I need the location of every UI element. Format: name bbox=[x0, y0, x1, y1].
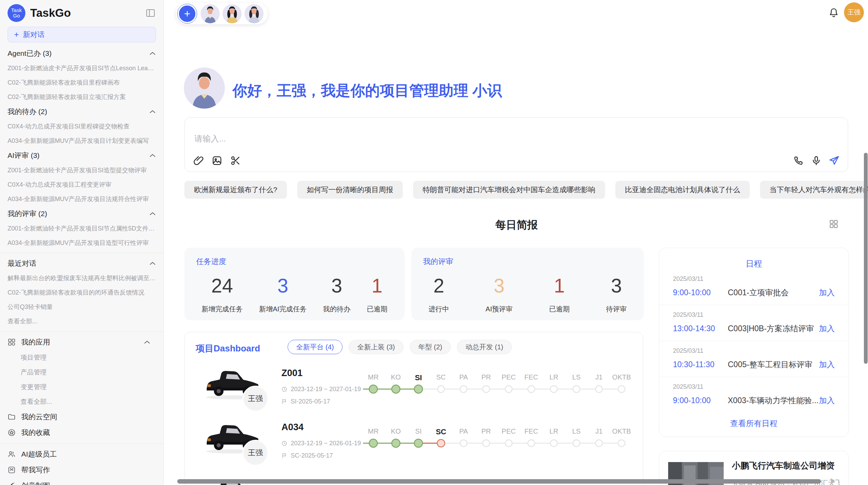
cloud-space-label: 我的云空间 bbox=[21, 412, 57, 422]
sidebar-task-item[interactable]: C02-飞腾新能源轻客改款项目立项汇报方案 bbox=[8, 90, 156, 104]
recent-view-all[interactable]: 查看全部... bbox=[8, 314, 156, 328]
sidebar-item-help-write[interactable]: 帮我写作 bbox=[8, 462, 156, 478]
sidebar-item-favorites[interactable]: 我的收藏 bbox=[8, 425, 156, 440]
notification-bell-icon[interactable] bbox=[828, 7, 839, 18]
recent-chats-header[interactable]: 最近对话 bbox=[8, 256, 156, 271]
stat-label: 已逾期 bbox=[549, 304, 570, 314]
project-owner-avatar: 王强 bbox=[242, 386, 268, 412]
stat-item: 1已逾期 bbox=[367, 276, 387, 314]
milestone-label: KO bbox=[385, 373, 407, 381]
dashboard-tab[interactable]: 全新上装 (3) bbox=[349, 340, 403, 354]
add-session-button[interactable]: + bbox=[177, 4, 197, 24]
vertical-scrollbar[interactable] bbox=[864, 153, 868, 364]
sidebar-item-my-apps[interactable]: 我的应用 bbox=[8, 334, 156, 350]
sidebar-section-header[interactable]: Agent已办 (3) bbox=[8, 46, 156, 61]
dashboard-title: 项目Dashboard bbox=[196, 343, 260, 355]
stat-item: 3新增AI完成任务 bbox=[259, 276, 307, 314]
chevron-up-icon bbox=[149, 110, 156, 114]
help-write-label: 帮我写作 bbox=[21, 465, 50, 475]
sidebar-section-header[interactable]: AI评审 (3) bbox=[8, 148, 156, 163]
attachment-icon[interactable] bbox=[193, 155, 204, 166]
send-icon[interactable] bbox=[829, 155, 840, 166]
stat-label: 已逾期 bbox=[367, 304, 387, 314]
stat-item: 1已逾期 bbox=[549, 276, 570, 314]
session-avatar-1[interactable] bbox=[201, 4, 220, 23]
milestone-label: SI bbox=[407, 373, 430, 382]
suggestion-chip[interactable]: 特朗普可能对进口汽车增税会对中国车企造成哪些影响 bbox=[413, 181, 605, 199]
image-icon[interactable] bbox=[212, 155, 222, 166]
user-avatar[interactable]: 王强 bbox=[844, 2, 864, 22]
microphone-icon[interactable] bbox=[811, 155, 822, 166]
event-join-link[interactable]: 加入 bbox=[819, 287, 835, 298]
sidebar-task-item[interactable]: Z001-全新燃油轻卡产品开发项目SI节点属性5D文件评审 bbox=[8, 221, 156, 236]
event-join-link[interactable]: 加入 bbox=[819, 359, 835, 370]
dashboard-tab[interactable]: 年型 (2) bbox=[410, 340, 451, 354]
sidebar-section-header[interactable]: 我的评审 (2) bbox=[8, 206, 156, 221]
project-row[interactable]: 王强Z0012023-12-19 ~ 2027-01-19SI-2025-05-… bbox=[185, 364, 643, 418]
sidebar-task-item[interactable]: Z001-全新燃油轻卡产品开发项目SI造型提交物评审 bbox=[8, 163, 156, 177]
milestone-label: OKTB bbox=[610, 373, 633, 381]
sidebar-task-item[interactable]: C0X4-动力总成开发项目SI里程碑提交物检查 bbox=[8, 119, 156, 134]
app-sub-item[interactable]: 项目管理 bbox=[8, 350, 156, 365]
card-title: 任务进度 bbox=[196, 257, 393, 267]
milestone-label: FEC bbox=[520, 427, 543, 435]
milestone-label: J1 bbox=[588, 373, 610, 381]
sidebar-task-item[interactable]: Z001-全新燃油皮卡产品开发项目SI节点Lesson Learn报告 bbox=[8, 61, 156, 75]
event-join-link[interactable]: 加入 bbox=[819, 395, 835, 406]
app-sub-item[interactable]: 产品管理 bbox=[8, 365, 156, 380]
recent-chat-item[interactable]: 解释最新出台的欧盟报废车法规再生塑料比例被调至15%... bbox=[8, 271, 156, 285]
scissors-icon[interactable] bbox=[230, 155, 241, 166]
new-chat-button[interactable]: + 新对话 bbox=[8, 27, 156, 42]
sidebar-task-item[interactable]: A034-全新新能源MUV产品开发项目法规符合性评审 bbox=[8, 192, 156, 206]
sidebar-section-header[interactable]: 我的待办 (2) bbox=[8, 104, 156, 119]
my-apps-list: 项目管理产品管理变更管理查看全部... bbox=[8, 350, 156, 409]
stat-label: 新增完成任务 bbox=[202, 304, 243, 314]
project-code: Z001 bbox=[281, 368, 303, 378]
sidebar-task-item[interactable]: A034-全新新能源MUV产品开发项目计划变更表编写 bbox=[8, 134, 156, 148]
stat-label: 我的待办 bbox=[323, 304, 350, 314]
new-chat-label: 新对话 bbox=[23, 30, 45, 39]
recent-chat-item[interactable]: C02-飞腾新能源轻客改款项目的闭环通告反馈情况 bbox=[8, 285, 156, 300]
project-dashboard-card: 项目Dashboard 全新平台 (4)全新上装 (3)年型 (2)动总开发 (… bbox=[184, 332, 643, 485]
recent-chat-item[interactable]: 公司Q3轻卡销量 bbox=[8, 300, 156, 314]
dashboard-tab[interactable]: 全新平台 (4) bbox=[288, 340, 342, 354]
project-dates: 2023-12-19 ~ 2027-01-19 bbox=[281, 386, 361, 393]
sidebar-task-item[interactable]: C0X4-动力总成开发项目工程变更评审 bbox=[8, 177, 156, 192]
stat-item: 3我的待办 bbox=[323, 276, 350, 314]
sidebar-item-creative-draw[interactable]: 创意制图 bbox=[8, 478, 156, 485]
suggestion-chip[interactable]: 欧洲新规最近颁布了什么? bbox=[184, 181, 287, 199]
layout-grid-icon[interactable] bbox=[829, 219, 839, 229]
scroll-right-arrow-icon[interactable] bbox=[831, 478, 835, 484]
scroll-down-arrow-icon[interactable] bbox=[825, 465, 831, 469]
app-sub-item[interactable]: 变更管理 bbox=[8, 380, 156, 394]
stat-label: 待评审 bbox=[606, 304, 627, 314]
project-row[interactable]: 王强A0342023-12-19 ~ 2026-01-19SC-2025-05-… bbox=[185, 418, 643, 472]
project-node-text: SC-2025-05-17 bbox=[291, 452, 333, 459]
sidebar-collapse-icon[interactable] bbox=[145, 8, 156, 18]
horizontal-scrollbar[interactable] bbox=[177, 479, 821, 484]
view-all-schedule-link[interactable]: 查看所有日程 bbox=[659, 418, 848, 429]
event-join-link[interactable]: 加入 bbox=[819, 323, 835, 334]
sidebar-item-ai-employee[interactable]: AI超级员工 bbox=[8, 446, 156, 462]
milestone-label: PEC bbox=[497, 427, 520, 435]
flag-icon bbox=[281, 453, 287, 459]
suggestion-chip[interactable]: 如何写一份清晰的项目周报 bbox=[297, 181, 403, 199]
session-avatar-3[interactable] bbox=[244, 4, 264, 23]
suggestion-chip[interactable]: 当下年轻人对汽车外观有怎样的喜好趋势 bbox=[760, 181, 868, 199]
suggestion-chip[interactable]: 比亚迪全固态电池计划具体说了什么 bbox=[615, 181, 750, 199]
section-title: AI评审 (3) bbox=[8, 151, 149, 160]
milestone-label: PEC bbox=[497, 373, 520, 381]
sidebar-task-item[interactable]: A034-全新新能源MUV产品开发项目造型可行性评审 bbox=[8, 236, 156, 250]
phone-call-icon[interactable] bbox=[793, 155, 804, 166]
schedule-events: 2025/03/119:00-10:00C001-立项审批会加入2025/03/… bbox=[659, 269, 848, 413]
event-name: C001-立项审批会 bbox=[728, 287, 819, 298]
chat-input[interactable] bbox=[194, 134, 709, 144]
dashboard-tab[interactable]: 动总开发 (1) bbox=[457, 340, 512, 354]
sidebar-task-item[interactable]: C02-飞腾新能源轻客改款项目里程碑画布 bbox=[8, 75, 156, 90]
project-current-node: SI-2025-05-17 bbox=[281, 398, 330, 405]
person-illustration bbox=[244, 4, 264, 23]
sidebar-item-cloud-space[interactable]: 我的云空间 bbox=[8, 409, 156, 425]
app-sub-item[interactable]: 查看全部... bbox=[8, 394, 156, 409]
session-avatar-2[interactable] bbox=[222, 4, 242, 23]
ai-employee-label: AI超级员工 bbox=[21, 449, 57, 459]
